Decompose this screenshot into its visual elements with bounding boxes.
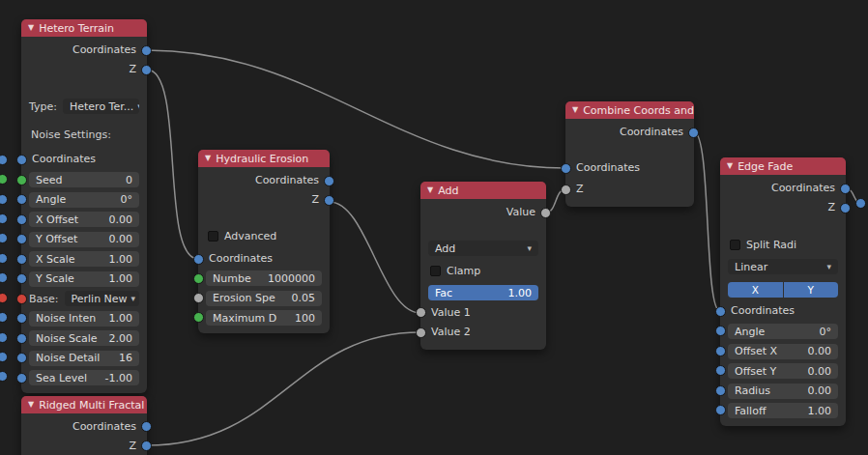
field-erosion-speed[interactable]: Erosion Spe 0.05 [206, 291, 322, 306]
z-output-socket[interactable] [840, 203, 851, 213]
node-ridged-multi-fractal[interactable]: ▼ Ridged Multi Fractal Coordinates Z [21, 396, 147, 455]
advanced-checkbox-row[interactable]: Advanced [198, 228, 330, 243]
collapse-arrow-icon[interactable]: ▼ [727, 157, 733, 175]
offscreen-right-input-socket[interactable] [855, 198, 866, 209]
offset-x-input-socket[interactable] [715, 346, 726, 356]
coordinates-output-socket[interactable] [324, 176, 334, 186]
input-row-coordinates: Coordinates [198, 249, 330, 269]
y-scale-input-socket[interactable] [16, 273, 27, 284]
sea-level-input-socket[interactable] [16, 373, 27, 384]
type-dropdown[interactable]: Hetero Ter... ▾ [63, 99, 139, 114]
maximum-depth-input-socket[interactable] [193, 312, 204, 323]
coordinates-output-socket[interactable] [840, 184, 851, 194]
falloff-dropdown-value: Linear [735, 261, 767, 273]
node-add[interactable]: ▼ Add Value Add ▾ Clamp Fac 1.00 Value 1… [420, 182, 546, 350]
field-seed[interactable]: Seed 0 [29, 172, 139, 187]
x-offset-input-socket[interactable] [16, 214, 27, 225]
clamp-checkbox-row[interactable]: Clamp [420, 263, 546, 278]
field-noise-detail[interactable]: Noise Detail 16 [29, 351, 139, 366]
collapse-arrow-icon[interactable]: ▼ [427, 182, 433, 199]
noise-scale-input-socket[interactable] [16, 333, 27, 344]
field-offset-x[interactable]: Offset X 0.00 [728, 344, 838, 359]
field-noise-intensity[interactable]: Noise Inten 1.00 [29, 311, 139, 327]
falloff-type-dropdown[interactable]: Linear ▾ [728, 259, 838, 274]
output-row-coordinates: Coordinates [21, 417, 147, 437]
coordinates-input-socket[interactable] [16, 155, 27, 165]
z-output-socket[interactable] [141, 441, 152, 451]
coordinates-output-socket[interactable] [141, 45, 152, 56]
split-radius-checkbox[interactable] [730, 240, 740, 250]
base-label: Base: [29, 293, 59, 305]
z-input-socket[interactable] [561, 185, 571, 195]
field-value: 0.00 [109, 233, 133, 245]
node-editor-canvas[interactable]: ▼ Hetero Terrain Coordinates Z Type: Het… [0, 0, 868, 455]
coordinates-output-socket[interactable] [141, 421, 152, 432]
y-offset-input-socket[interactable] [16, 234, 27, 244]
node-header[interactable]: ▼ Combine Coords and... [565, 101, 694, 119]
clamp-checkbox[interactable] [430, 266, 441, 276]
z-output-socket[interactable] [141, 65, 152, 75]
field-label: Noise Scale [36, 332, 98, 345]
noise-intensity-input-socket[interactable] [16, 313, 27, 324]
split-radius-checkbox-row[interactable]: Split Radi [720, 237, 846, 252]
z-output-socket[interactable] [324, 195, 334, 206]
base-row: Base: Perlin New ▾ [29, 291, 139, 306]
field-noise-scale[interactable]: Noise Scale 2.00 [29, 330, 139, 346]
coordinates-input-socket[interactable] [715, 306, 726, 317]
node-hetero-terrain[interactable]: ▼ Hetero Terrain Coordinates Z Type: Het… [21, 19, 147, 393]
field-angle[interactable]: Angle 0° [29, 192, 139, 208]
value2-input-socket[interactable] [416, 327, 426, 338]
erosion-speed-input-socket[interactable] [193, 293, 204, 303]
fac-slider[interactable]: Fac 1.00 [428, 285, 538, 300]
offset-y-input-socket[interactable] [715, 365, 726, 376]
radius-input-socket[interactable] [715, 385, 726, 396]
field-value: 16 [119, 352, 132, 364]
node-header[interactable]: ▼ Hydraulic Erosion [198, 150, 330, 167]
x-axis-button[interactable]: X [728, 282, 783, 298]
seed-input-socket[interactable] [16, 175, 27, 185]
collapse-arrow-icon[interactable]: ▼ [572, 101, 578, 119]
node-combine-coords[interactable]: ▼ Combine Coords and... Coordinates Coor… [565, 101, 694, 207]
field-x-offset[interactable]: X Offset 0.00 [29, 212, 139, 227]
x-scale-input-socket[interactable] [16, 254, 27, 265]
collapse-arrow-icon[interactable]: ▼ [205, 150, 211, 167]
value-output-socket[interactable] [540, 208, 551, 218]
field-x-scale[interactable]: X Scale 1.00 [29, 251, 139, 267]
base-input-socket[interactable] [16, 294, 27, 304]
field-sea-level[interactable]: Sea Level -1.00 [29, 370, 139, 385]
node-edge-fade[interactable]: ▼ Edge Fade Coordinates Z Split Radi Lin… [720, 157, 846, 426]
field-y-scale[interactable]: Y Scale 1.00 [29, 271, 139, 287]
advanced-checkbox[interactable] [208, 231, 218, 242]
angle-input-socket[interactable] [16, 194, 27, 205]
y-axis-button[interactable]: Y [784, 282, 839, 298]
field-offset-y[interactable]: Offset Y 0.00 [728, 363, 838, 379]
field-y-offset[interactable]: Y Offset 0.00 [29, 232, 139, 247]
angle-input-socket[interactable] [715, 326, 726, 336]
value1-input-socket[interactable] [416, 307, 426, 318]
field-number[interactable]: Numbe 1000000 [206, 270, 322, 286]
coordinates-input-socket[interactable] [193, 254, 204, 265]
node-header[interactable]: ▼ Ridged Multi Fractal [21, 396, 147, 413]
collapse-arrow-icon[interactable]: ▼ [28, 396, 34, 413]
falloff-input-socket[interactable] [715, 405, 726, 415]
collapse-arrow-icon[interactable]: ▼ [28, 19, 34, 37]
field-value: 1000000 [268, 272, 315, 285]
operation-dropdown[interactable]: Add ▾ [428, 241, 538, 256]
node-header[interactable]: ▼ Add [420, 182, 546, 199]
field-angle[interactable]: Angle 0° [728, 324, 838, 339]
base-dropdown[interactable]: Perlin New ▾ [65, 291, 140, 306]
fac-value: 1.00 [508, 287, 533, 299]
field-falloff[interactable]: Falloff 1.00 [728, 403, 838, 418]
field-value: 1.00 [808, 405, 832, 417]
field-maximum-depth[interactable]: Maximum D 100 [206, 310, 322, 326]
node-header[interactable]: ▼ Edge Fade [720, 157, 846, 175]
output-row-z: Z [21, 60, 147, 79]
number-input-socket[interactable] [193, 273, 204, 284]
coordinates-input-socket[interactable] [561, 163, 571, 174]
field-radius[interactable]: Radius 0.00 [728, 384, 838, 399]
coordinates-output-socket[interactable] [688, 128, 699, 138]
node-header[interactable]: ▼ Hetero Terrain [21, 19, 147, 37]
noise-detail-input-socket[interactable] [16, 353, 27, 363]
chevron-down-icon: ▾ [527, 243, 532, 253]
node-hydraulic-erosion[interactable]: ▼ Hydraulic Erosion Coordinates Z Advanc… [198, 150, 330, 333]
